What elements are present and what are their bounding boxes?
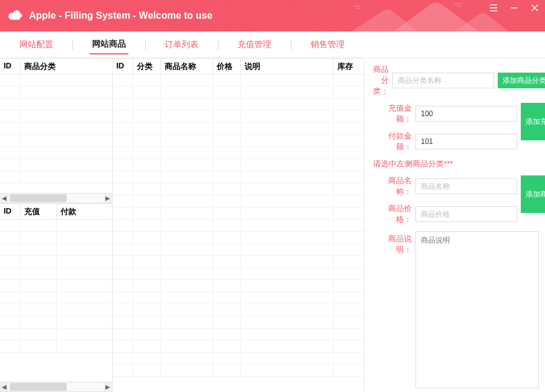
tab-separator: | <box>71 39 74 50</box>
col-category[interactable]: 分类 <box>133 59 161 74</box>
product-name-input[interactable] <box>415 178 517 194</box>
category-form-row: 商品分类： 添加商品分类 <box>373 64 539 97</box>
window-controls <box>483 0 545 16</box>
table-row[interactable] <box>0 328 112 341</box>
hscrollbar[interactable]: ◀ ▶ <box>0 382 112 392</box>
table-row[interactable] <box>113 280 364 292</box>
table-row[interactable] <box>113 147 364 159</box>
middle-column: ID 分类 商品名称 价格 说明 库存 <box>113 58 365 392</box>
col-desc[interactable]: 说明 <box>241 59 334 74</box>
table-row[interactable] <box>0 147 112 159</box>
scroll-thumb[interactable] <box>10 194 67 202</box>
tab-site-config[interactable]: 网站配置 <box>17 36 56 54</box>
table-row[interactable] <box>0 159 112 171</box>
table-row[interactable] <box>0 292 112 304</box>
scroll-track[interactable] <box>8 194 104 203</box>
scroll-track[interactable] <box>8 382 104 391</box>
table-row[interactable] <box>113 316 364 328</box>
table-row[interactable] <box>0 280 112 292</box>
product-price-input[interactable] <box>415 206 517 222</box>
recharge-rows[interactable] <box>0 220 112 382</box>
col-id[interactable]: ID <box>0 204 21 219</box>
table-row[interactable] <box>113 328 364 341</box>
nav-tabs: 网站配置 | 网站商品 | 订单列表 | 充值管理 | 销售管理 <box>0 31 545 58</box>
col-stock[interactable]: 库存 <box>334 59 364 74</box>
table-row[interactable] <box>0 111 112 123</box>
add-product-button[interactable]: 添加商品名称 <box>521 175 545 213</box>
scroll-left-icon[interactable]: ◀ <box>0 194 8 203</box>
add-category-button[interactable]: 添加商品分类 <box>498 73 545 88</box>
category-rows[interactable] <box>0 74 112 193</box>
table-row[interactable] <box>0 316 112 328</box>
table-row[interactable] <box>113 74 364 87</box>
col-id[interactable]: ID <box>0 59 21 74</box>
add-recharge-button[interactable]: 添加充值列表 <box>521 103 545 140</box>
table-row[interactable] <box>113 232 364 244</box>
scroll-left-icon[interactable]: ◀ <box>0 382 8 391</box>
recharge-amount-input[interactable] <box>415 106 517 122</box>
category-input[interactable] <box>392 73 494 88</box>
table-row[interactable] <box>113 195 364 207</box>
app-title: Apple - Filling System - Welcome to use <box>29 10 213 21</box>
table-row[interactable] <box>0 99 112 111</box>
table-row[interactable] <box>113 159 364 171</box>
minimize-button[interactable] <box>504 0 524 16</box>
table-row[interactable] <box>113 244 364 256</box>
table-row[interactable] <box>113 365 364 377</box>
col-pay[interactable]: 付款 <box>57 204 112 219</box>
right-column: 商品分类： 添加商品分类 充值金额： 付款金额： 添加充值列表 请选中左侧商品分… <box>365 58 545 392</box>
table-row[interactable] <box>113 207 364 220</box>
tab-recharge-mgmt[interactable]: 充值管理 <box>235 36 274 54</box>
tab-sales-mgmt[interactable]: 销售管理 <box>308 36 347 54</box>
table-row[interactable] <box>113 183 364 195</box>
table-row[interactable] <box>113 292 364 304</box>
col-id[interactable]: ID <box>113 59 133 74</box>
hscrollbar[interactable]: ◀ ▶ <box>0 193 112 203</box>
product-rows[interactable] <box>113 74 364 392</box>
menu-icon[interactable] <box>483 0 504 16</box>
pay-amount-input[interactable] <box>415 134 517 149</box>
table-row[interactable] <box>113 123 364 135</box>
table-row[interactable] <box>0 87 112 99</box>
table-row[interactable] <box>113 171 364 183</box>
table-row[interactable] <box>0 220 112 232</box>
table-row[interactable] <box>0 341 112 353</box>
product-price-label: 商品价格： <box>373 203 412 225</box>
table-row[interactable] <box>0 135 112 147</box>
table-row[interactable] <box>0 304 112 316</box>
table-row[interactable] <box>113 353 364 365</box>
table-row[interactable] <box>113 268 364 280</box>
col-recharge[interactable]: 充值 <box>21 204 57 219</box>
scroll-thumb[interactable] <box>10 383 67 391</box>
product-desc-textarea[interactable] <box>415 231 539 388</box>
table-row[interactable] <box>0 232 112 244</box>
table-row[interactable] <box>0 268 112 280</box>
table-row[interactable] <box>0 74 112 87</box>
table-row[interactable] <box>113 87 364 99</box>
table-row[interactable] <box>0 123 112 135</box>
scroll-right-icon[interactable]: ▶ <box>104 382 112 391</box>
table-row[interactable] <box>113 111 364 123</box>
tab-order-list[interactable]: 订单列表 <box>162 36 201 54</box>
product-grid: ID 分类 商品名称 价格 说明 库存 <box>113 58 364 392</box>
pay-amount-label: 付款金额： <box>373 131 412 152</box>
close-button[interactable] <box>524 0 545 16</box>
content: ID 商品分类 ◀ ▶ ID 充值 付款 ◀ ▶ <box>0 58 545 392</box>
table-row[interactable] <box>0 244 112 256</box>
table-row[interactable] <box>113 135 364 147</box>
table-row[interactable] <box>113 220 364 232</box>
category-label: 商品分类： <box>373 64 389 97</box>
table-row[interactable] <box>113 341 364 353</box>
col-category-name[interactable]: 商品分类 <box>21 59 112 74</box>
scroll-right-icon[interactable]: ▶ <box>104 194 112 203</box>
col-product-name[interactable]: 商品名称 <box>161 59 213 74</box>
tab-site-products[interactable]: 网站商品 <box>90 35 128 54</box>
table-row[interactable] <box>0 171 112 183</box>
table-row[interactable] <box>113 256 364 268</box>
titlebar: Apple - Filling System - Welcome to use <box>0 0 545 31</box>
col-price[interactable]: 价格 <box>213 59 241 74</box>
table-row[interactable] <box>0 256 112 268</box>
recharge-grid: ID 充值 付款 ◀ ▶ <box>0 203 112 392</box>
table-row[interactable] <box>113 99 364 111</box>
table-row[interactable] <box>113 304 364 316</box>
